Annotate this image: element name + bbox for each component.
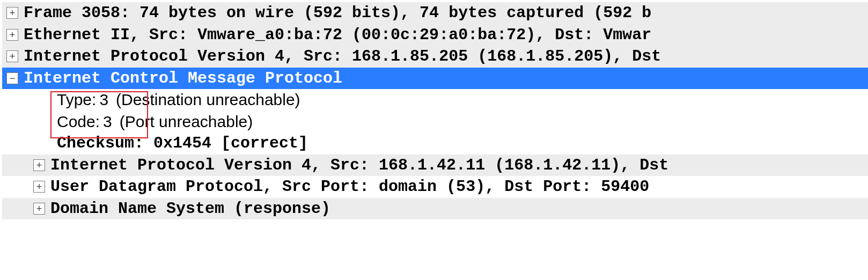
ip-inner-summary: Internet Protocol Version 4, Src: 168.1.… (50, 154, 668, 176)
collapse-icon[interactable]: − (6, 72, 18, 84)
dns-summary: Domain Name System (response) (50, 198, 330, 220)
frame-summary: Frame 3058: 74 bytes on wire (592 bits),… (24, 2, 651, 24)
icmp-code-label: Code: (57, 111, 100, 133)
ip-outer-summary: Internet Protocol Version 4, Src: 168.1.… (24, 46, 661, 68)
icmp-code-row[interactable]: Code: 3 (Port unreachable) (2, 111, 868, 133)
tree-row-ethernet[interactable]: + Ethernet II, Src: Vmware_a0:ba:72 (00:… (2, 24, 868, 46)
expand-icon[interactable]: + (6, 29, 18, 41)
tree-row-ip-outer[interactable]: + Internet Protocol Version 4, Src: 168.… (2, 46, 868, 68)
icmp-type-label: Type: (57, 89, 96, 111)
tree-row-udp[interactable]: + User Datagram Protocol, Src Port: doma… (2, 176, 868, 198)
expand-icon[interactable]: + (6, 50, 18, 62)
icmp-summary: Internet Control Message Protocol (24, 68, 342, 90)
tree-row-icmp[interactable]: − Internet Control Message Protocol (2, 68, 868, 90)
tree-row-ip-inner[interactable]: + Internet Protocol Version 4, Src: 168.… (2, 154, 868, 176)
icmp-code-value: 3 (100, 111, 112, 133)
expand-icon[interactable]: + (33, 159, 45, 171)
expand-icon[interactable]: + (6, 7, 18, 19)
tree-row-frame[interactable]: + Frame 3058: 74 bytes on wire (592 bits… (2, 2, 868, 24)
icmp-checksum: Checksum: 0x1454 [correct] (57, 132, 308, 154)
udp-summary: User Datagram Protocol, Src Port: domain… (50, 176, 649, 198)
icmp-type-desc: (Destination unreachable) (108, 89, 300, 111)
expand-icon[interactable]: + (33, 181, 45, 193)
icmp-code-desc: (Port unreachable) (112, 111, 253, 133)
icmp-type-row[interactable]: Type: 3 (Destination unreachable) (2, 89, 868, 111)
tree-row-dns[interactable]: + Domain Name System (response) (2, 198, 868, 220)
icmp-type-value: 3 (96, 89, 108, 111)
icmp-checksum-row[interactable]: Checksum: 0x1454 [correct] (2, 132, 868, 154)
icmp-details: Type: 3 (Destination unreachable) Code: … (2, 89, 868, 219)
expand-icon[interactable]: + (33, 203, 45, 215)
ethernet-summary: Ethernet II, Src: Vmware_a0:ba:72 (00:0c… (24, 24, 651, 46)
